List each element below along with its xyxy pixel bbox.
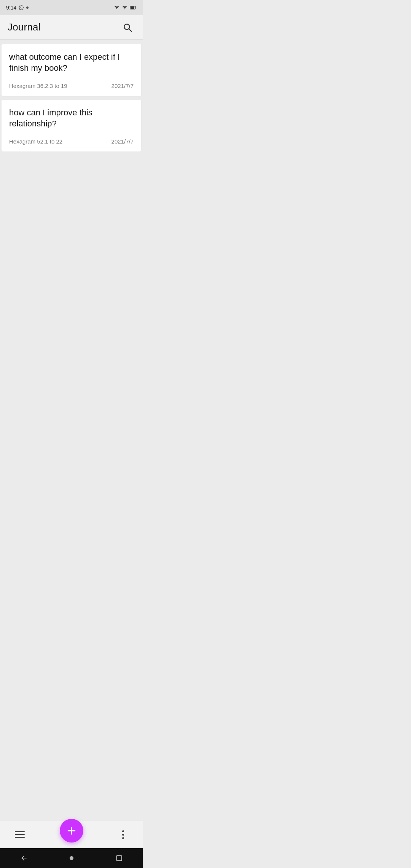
entry-hexagram-1: Hexagram 36.2.3 to 19 [9, 83, 67, 89]
card-footer-2: Hexagram 52.1 to 22 2021/7/7 [9, 138, 134, 145]
notification-dot [26, 6, 29, 9]
svg-rect-2 [135, 7, 136, 8]
status-bar-right [114, 5, 137, 10]
svg-point-0 [21, 7, 22, 8]
battery-icon [130, 5, 137, 10]
entry-title-2: how can I improve this relationship? [9, 107, 134, 129]
card-footer-1: Hexagram 36.2.3 to 19 2021/7/7 [9, 83, 134, 89]
page-title: Journal [8, 21, 41, 33]
entry-date-1: 2021/7/7 [112, 83, 134, 89]
search-icon [123, 22, 132, 32]
signal-icon [122, 5, 127, 10]
wifi-icon [114, 5, 120, 10]
search-button[interactable] [120, 20, 135, 35]
app-bar: Journal [0, 15, 143, 40]
status-time: 9:14 [6, 5, 16, 11]
journal-list: what outcome can I expect if I finish my… [0, 40, 143, 156]
svg-line-5 [129, 29, 132, 31]
settings-icon [19, 5, 24, 10]
journal-entry-2[interactable]: how can I improve this relationship? Hex… [2, 100, 141, 152]
entry-hexagram-2: Hexagram 52.1 to 22 [9, 138, 62, 145]
journal-entry-1[interactable]: what outcome can I expect if I finish my… [2, 44, 141, 96]
entry-title-1: what outcome can I expect if I finish my… [9, 52, 134, 73]
entry-date-2: 2021/7/7 [112, 138, 134, 145]
svg-rect-3 [131, 6, 135, 9]
status-bar: 9:14 [0, 0, 143, 15]
status-bar-left: 9:14 [6, 5, 29, 11]
